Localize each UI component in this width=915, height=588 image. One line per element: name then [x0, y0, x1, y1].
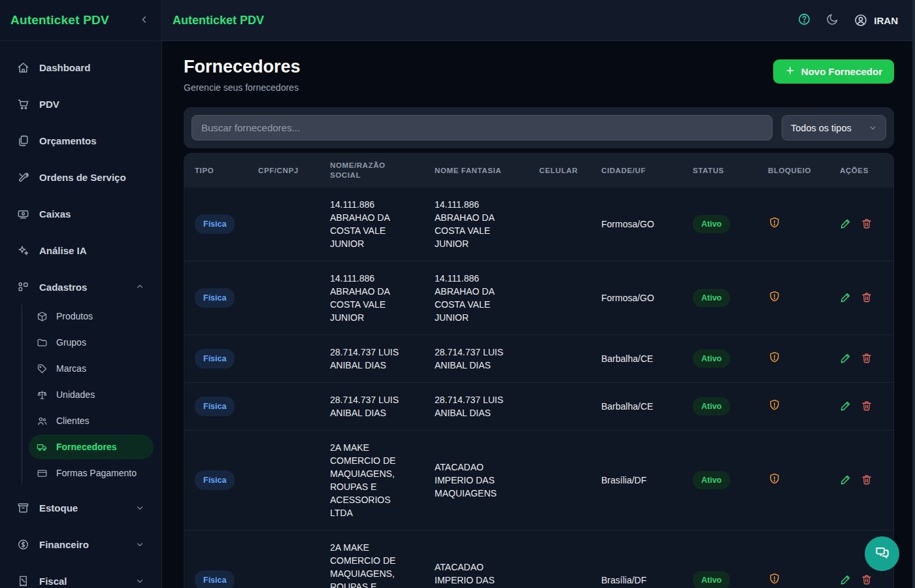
sidebar-item-estoque[interactable]: Estoque	[8, 495, 154, 521]
cell-razao-social: 14.111.886 ABRAHAO DA COSTA VALE JUNIOR	[320, 261, 424, 335]
cell-cpf-cnpj	[248, 261, 320, 335]
sidebar-collapse-button[interactable]	[139, 14, 150, 27]
shield-alert-icon[interactable]	[768, 399, 781, 412]
box-icon	[37, 311, 48, 322]
trash-icon	[861, 574, 873, 587]
edit-button[interactable]	[840, 352, 852, 366]
status-badge: Ativo	[693, 471, 730, 489]
sidebar-item-label: Estoque	[39, 502, 78, 514]
tipo-badge: Física	[195, 288, 235, 308]
cell-cidade-uf: Formosa/GO	[591, 188, 682, 261]
topbar-brand: Autenticket PDV	[173, 14, 264, 27]
cell-tipo: Física	[184, 531, 248, 588]
app-logo: Autenticket PDV	[10, 13, 109, 27]
plus-icon	[785, 65, 795, 78]
sidebar-item-pdv[interactable]: PDV	[8, 91, 154, 117]
sidebar-item-ordens-servico[interactable]: Ordens de Serviço	[8, 164, 154, 190]
delete-button[interactable]	[861, 400, 873, 414]
new-supplier-button[interactable]: Novo Fornecedor	[773, 59, 894, 84]
cell-razao-social: 28.714.737 LUIS ANIBAL DIAS	[320, 335, 424, 383]
sidebar-item-financeiro[interactable]: Financeiro	[8, 531, 154, 557]
sidebar-item-label: Unidades	[56, 389, 95, 400]
cell-nome-fantasia: 28.714.737 LUIS ANIBAL DIAS	[424, 335, 529, 383]
sidebar-item-analise-ia[interactable]: Análise IA	[8, 237, 154, 263]
cell-status: Ativo	[682, 188, 757, 261]
cell-nome-fantasia: ATACADAO IMPERIO DAS MAQUIAGENS	[424, 531, 529, 588]
pencil-icon	[840, 474, 852, 487]
cell-cidade-uf: Brasília/DF	[591, 431, 682, 531]
chat-bubbles-icon	[874, 544, 891, 563]
col-acoes: AÇÕES	[829, 154, 893, 188]
sidebar-item-label: Produtos	[56, 311, 93, 321]
sparkles-icon	[17, 244, 29, 257]
cell-razao-social: 28.714.737 LUIS ANIBAL DIAS	[320, 383, 424, 431]
documents-icon	[17, 135, 29, 147]
receipt-icon	[17, 575, 29, 587]
sidebar-item-label: Fornecedores	[56, 442, 117, 452]
sidebar-item-cadastros[interactable]: Cadastros	[8, 274, 154, 300]
cadastros-submenu: Produtos Grupos Marcas Unidades	[22, 304, 154, 485]
tools-icon	[17, 171, 29, 184]
sidebar-item-fiscal[interactable]: Fiscal	[8, 568, 154, 588]
edit-button[interactable]	[840, 574, 852, 587]
shield-alert-icon[interactable]	[768, 216, 781, 229]
sidebar-item-orcamentos[interactable]: Orçamentos	[8, 127, 154, 154]
new-supplier-label: Novo Fornecedor	[801, 66, 882, 77]
sidebar-item-label: Formas Pagamento	[56, 468, 137, 478]
cell-razao-social: 14.111.886 ABRAHAO DA COSTA VALE JUNIOR	[320, 188, 424, 261]
sidebar-item-dashboard[interactable]: Dashboard	[8, 54, 154, 80]
search-input[interactable]	[191, 115, 773, 140]
trash-icon	[861, 218, 873, 231]
cell-acoes	[829, 431, 893, 531]
scale-icon	[37, 389, 48, 400]
dark-mode-toggle[interactable]	[825, 12, 839, 28]
help-button[interactable]	[797, 12, 811, 28]
sidebar-item-label: PDV	[39, 99, 59, 110]
sidebar-item-caixas[interactable]: Caixas	[8, 201, 154, 227]
delete-button[interactable]	[861, 474, 873, 487]
sidebar-item-label: Marcas	[56, 363, 86, 374]
suppliers-table-card: TIPO CPF/CNPJ NOME/RAZÃO SOCIAL NOME FAN…	[184, 153, 894, 588]
cell-bloqueio	[757, 188, 829, 261]
chat-fab[interactable]	[865, 536, 899, 571]
pencil-icon	[840, 352, 852, 366]
sidebar-item-clientes[interactable]: Clientes	[29, 408, 154, 433]
delete-button[interactable]	[861, 352, 873, 366]
shield-alert-icon[interactable]	[768, 351, 781, 364]
edit-button[interactable]	[840, 400, 852, 414]
col-cpf-cnpj: CPF/CNPJ	[248, 154, 320, 188]
delete-button[interactable]	[861, 574, 873, 587]
shield-alert-icon[interactable]	[768, 472, 781, 485]
sidebar-item-formas-pagamento[interactable]: Formas Pagamento	[29, 461, 154, 485]
type-filter-select[interactable]: Todos os tipos	[782, 115, 886, 140]
col-bloqueio: BLOQUEIO	[757, 154, 829, 188]
users-icon	[37, 416, 48, 427]
sidebar-item-fornecedores[interactable]: Fornecedores	[29, 434, 154, 459]
shield-alert-icon[interactable]	[768, 290, 781, 303]
edit-button[interactable]	[840, 474, 852, 487]
trash-icon	[861, 291, 873, 305]
scrollbar[interactable]	[912, 0, 915, 588]
type-filter-value: Todos os tipos	[791, 123, 852, 133]
cell-acoes	[829, 335, 893, 383]
sidebar-item-label: Fiscal	[39, 576, 67, 587]
sidebar-item-label: Dashboard	[39, 62, 90, 73]
table-row[interactable]: Física 2A MAKE COMERCIO DE MAQUIAGENS, R…	[184, 531, 893, 588]
col-tipo: TIPO	[184, 154, 248, 188]
sidebar-item-marcas[interactable]: Marcas	[29, 356, 154, 381]
edit-button[interactable]	[840, 291, 852, 305]
delete-button[interactable]	[861, 291, 873, 305]
user-menu[interactable]: IRAN	[854, 13, 898, 27]
table-row[interactable]: Física 14.111.886 ABRAHAO DA COSTA VALE …	[184, 188, 893, 261]
shield-alert-icon[interactable]	[768, 572, 781, 585]
cash-register-icon	[17, 208, 29, 220]
sidebar-item-grupos[interactable]: Grupos	[29, 330, 154, 355]
table-row[interactable]: Física 28.714.737 LUIS ANIBAL DIAS 28.71…	[184, 335, 893, 383]
sidebar-item-unidades[interactable]: Unidades	[29, 382, 154, 407]
table-row[interactable]: Física 28.714.737 LUIS ANIBAL DIAS 28.71…	[184, 383, 893, 431]
table-row[interactable]: Física 2A MAKE COMERCIO DE MAQUIAGENS, R…	[184, 431, 893, 531]
table-row[interactable]: Física 14.111.886 ABRAHAO DA COSTA VALE …	[184, 261, 893, 335]
sidebar-item-produtos[interactable]: Produtos	[29, 304, 154, 329]
delete-button[interactable]	[861, 218, 873, 231]
edit-button[interactable]	[840, 218, 852, 231]
